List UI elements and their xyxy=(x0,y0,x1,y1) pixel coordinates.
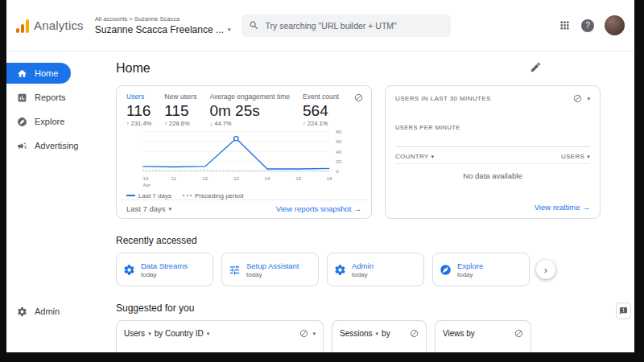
legend-preceding-period: Preceding period xyxy=(183,192,243,200)
svg-text:13: 13 xyxy=(233,175,239,181)
analytics-logo-icon xyxy=(16,19,29,33)
avatar[interactable] xyxy=(605,15,625,35)
svg-text:14: 14 xyxy=(265,175,270,181)
svg-text:Apr: Apr xyxy=(142,182,151,187)
recent-card-setup-assistant[interactable]: Setup Assistant today xyxy=(221,253,319,286)
chevron-down-icon[interactable]: ▾ xyxy=(312,331,316,337)
suggested-card-users-by-country[interactable]: Users ▾ by Country ID ▾ ▾ xyxy=(116,320,324,352)
recent-card-data-streams[interactable]: Data Streams today xyxy=(116,253,213,286)
svg-text:15: 15 xyxy=(295,175,301,181)
sidebar-item-admin[interactable]: Admin xyxy=(6,301,97,322)
topbar-actions: ? xyxy=(559,15,628,35)
dimension-dropdown[interactable]: by Country ID xyxy=(155,329,204,338)
legend-solid-line-swatch xyxy=(126,195,135,196)
svg-text:10: 10 xyxy=(142,175,148,181)
svg-text:20: 20 xyxy=(336,158,341,164)
per-minute-bar-chart-empty xyxy=(395,131,590,147)
metric-avg-engagement-time[interactable]: Average engagement time 0m 25s ↓ 44.7% xyxy=(209,93,290,127)
metric-users[interactable]: Users 116 ↑ 231.4% xyxy=(126,93,151,127)
data-quality-icon[interactable] xyxy=(514,329,523,338)
svg-text:16: 16 xyxy=(327,175,332,181)
apps-grid-icon[interactable] xyxy=(559,19,571,31)
metric-change: ↑ 228.6% xyxy=(164,120,196,127)
reports-icon xyxy=(17,93,27,103)
recent-card-explore[interactable]: Explore today xyxy=(432,253,530,286)
users-column-header[interactable]: USERS ▾ xyxy=(561,153,590,160)
realtime-card-actions[interactable]: ▾ xyxy=(573,94,590,103)
account-name: Suzanne Scacca Freelance ... xyxy=(95,24,224,35)
home-overview-card: Users 116 ↑ 231.4% New users 115 ↑ 228.6… xyxy=(116,85,372,219)
chevron-down-icon: ▾ xyxy=(228,27,231,33)
svg-text:12: 12 xyxy=(202,175,208,181)
metric-new-users[interactable]: New users 115 ↑ 228.6% xyxy=(164,93,196,127)
view-reports-snapshot-link[interactable]: View reports snapshot → xyxy=(276,204,361,213)
svg-text:60: 60 xyxy=(336,138,341,144)
explore-compass-icon xyxy=(440,264,452,276)
search-bar[interactable] xyxy=(242,14,451,37)
sidebar-item-label: Admin xyxy=(35,306,60,316)
metric-headers: Users 116 ↑ 231.4% New users 115 ↑ 228.6… xyxy=(126,93,361,127)
data-quality-icon[interactable] xyxy=(573,94,582,103)
metric-change: ↑ 231.4% xyxy=(126,120,151,127)
analytics-app-window: Analytics All accounts > Suzanne Scacca … xyxy=(6,0,634,352)
legend-last-7-days: Last 7 days xyxy=(126,192,171,200)
search-input[interactable] xyxy=(265,21,444,31)
arrow-right-icon: → xyxy=(354,204,362,213)
no-data-message: No data available xyxy=(395,164,590,180)
chevron-down-icon: ▾ xyxy=(431,154,435,160)
page-title: Home xyxy=(116,61,601,76)
data-quality-icon[interactable] xyxy=(410,329,419,338)
scroll-next-button[interactable]: › xyxy=(536,260,555,279)
feedback-button[interactable] xyxy=(616,302,631,319)
chevron-down-icon: ▾ xyxy=(148,331,151,337)
help-icon[interactable]: ? xyxy=(581,19,594,32)
recent-card-admin[interactable]: Admin today xyxy=(327,253,424,286)
sidebar-item-advertising[interactable]: Advertising xyxy=(6,135,97,156)
feedback-bubble-icon xyxy=(619,306,628,315)
svg-text:11: 11 xyxy=(171,175,177,181)
recently-accessed-row: Data Streams today Setup Assistant today xyxy=(116,253,601,286)
dimension-label: by xyxy=(382,329,390,338)
metric-dropdown[interactable]: Users xyxy=(124,329,145,338)
sidebar-nav: Home Reports Explore Advertising Admin xyxy=(6,51,97,352)
sidebar-item-home[interactable]: Home xyxy=(6,63,71,84)
chevron-down-icon[interactable]: ▾ xyxy=(587,96,590,102)
legend-dotted-line-swatch xyxy=(183,195,192,196)
users-trend-line-chart: 02040608010Apr111213141516 xyxy=(126,129,363,191)
metric-change: ↓ 44.7% xyxy=(209,120,290,127)
realtime-card: USERS IN LAST 30 MINUTES ▾ USERS PER MIN… xyxy=(385,85,601,219)
brand-name: Analytics xyxy=(34,19,84,32)
chart-legend: Last 7 days Preceding period xyxy=(126,192,361,200)
recently-accessed-title: Recently accessed xyxy=(116,235,634,246)
chevron-down-icon: ▾ xyxy=(587,154,590,160)
analytics-home-link[interactable]: Analytics xyxy=(16,19,84,33)
chevron-down-icon: ▾ xyxy=(207,331,210,337)
sidebar-item-reports[interactable]: Reports xyxy=(6,87,97,108)
screen-frame: Analytics All accounts > Suzanne Scacca … xyxy=(0,0,644,362)
data-quality-icon[interactable] xyxy=(299,329,308,338)
svg-text:40: 40 xyxy=(336,149,341,154)
suggested-card-sessions[interactable]: Sessions ▾ by xyxy=(332,320,427,352)
top-app-bar: Analytics All accounts > Suzanne Scacca … xyxy=(6,0,634,51)
gear-icon xyxy=(17,306,27,317)
view-realtime-link[interactable]: View realtime → xyxy=(535,203,590,212)
realtime-title: USERS IN LAST 30 MINUTES xyxy=(395,95,491,102)
suggested-for-you-title: Suggested for you xyxy=(116,302,634,314)
metric-event-count[interactable]: Event count 564 ↑ 224.1% xyxy=(303,93,339,127)
metric-dropdown[interactable]: Sessions xyxy=(340,329,373,338)
sidebar-item-label: Explore xyxy=(35,117,64,126)
svg-text:0: 0 xyxy=(336,168,339,174)
sidebar-item-label: Home xyxy=(35,68,58,78)
data-quality-icon[interactable] xyxy=(354,93,363,102)
sidebar-item-explore[interactable]: Explore xyxy=(6,111,97,132)
svg-text:80: 80 xyxy=(336,129,341,134)
customize-home-pencil-icon[interactable] xyxy=(530,61,542,76)
explore-compass-icon xyxy=(17,117,27,127)
account-switcher[interactable]: All accounts > Suzanne Scacca Suzanne Sc… xyxy=(95,15,231,35)
suggested-row: Users ▾ by Country ID ▾ ▾ Sessions xyxy=(116,320,634,352)
country-column-header[interactable]: COUNTRY ▾ xyxy=(395,153,434,160)
breadcrumb: All accounts > Suzanne Scacca xyxy=(95,15,231,23)
date-range-selector[interactable]: Last 7 days ▾ xyxy=(126,204,171,213)
suggested-card-views[interactable]: Views by xyxy=(435,320,531,352)
metric-dropdown[interactable]: Views by xyxy=(443,329,475,338)
